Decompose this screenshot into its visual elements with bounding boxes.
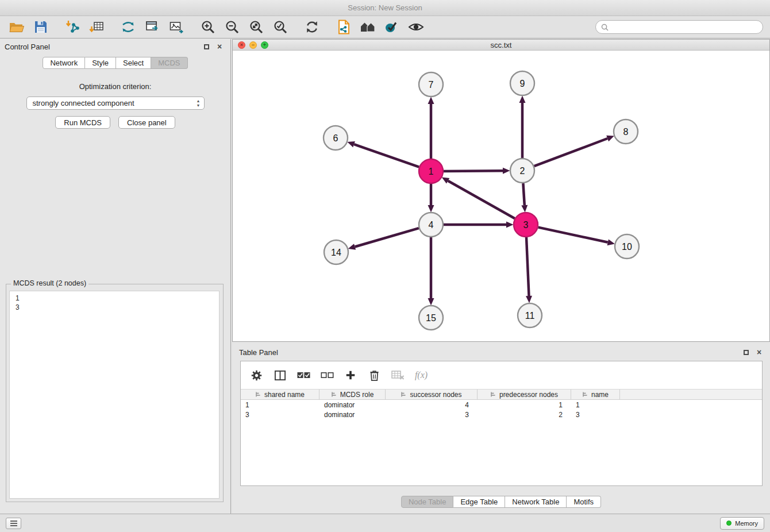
close-table-panel-button[interactable]: × — [755, 348, 763, 356]
mcds-result-title: MCDS result (2 nodes) — [11, 279, 88, 287]
node-label-1: 1 — [429, 167, 434, 176]
zoom-selected-icon[interactable] — [268, 17, 292, 37]
tab-style[interactable]: Style — [85, 57, 116, 69]
tab-motifs[interactable]: Motifs — [567, 496, 601, 508]
zoom-out-icon[interactable] — [220, 17, 244, 37]
open-folder-icon[interactable] — [5, 17, 29, 37]
main-toolbar — [0, 16, 770, 38]
select-all-rows-icon[interactable] — [295, 367, 311, 383]
table-header-row: shared nameMCDS rolesuccessor nodesprede… — [241, 389, 762, 400]
graph-edge-3-10[interactable] — [538, 228, 608, 242]
search-box[interactable] — [595, 20, 763, 34]
network-window-titlebar[interactable]: ×−+ scc.txt — [233, 40, 769, 51]
result-line: 3 — [16, 303, 213, 312]
float-control-panel-button[interactable] — [202, 43, 210, 51]
cell-name: 3 — [571, 411, 620, 419]
close-window-button[interactable]: × — [238, 41, 245, 49]
table-panel-title: Table Panel — [239, 348, 278, 357]
column-header-MCDS-role[interactable]: MCDS role — [319, 390, 386, 399]
refresh-icon[interactable] — [300, 17, 324, 37]
cell-name: 1 — [571, 401, 620, 409]
control-panel-header: Control Panel × — [0, 39, 230, 54]
graph-edge-1-2[interactable] — [444, 171, 503, 171]
search-icon — [601, 24, 609, 31]
tab-network-table[interactable]: Network Table — [505, 496, 567, 508]
graph-edge-1-6[interactable] — [354, 144, 419, 167]
graph-edge-2-3[interactable] — [523, 183, 524, 205]
cell-shared-name: 1 — [241, 401, 319, 409]
import-table-icon[interactable] — [84, 17, 109, 37]
float-table-panel-button[interactable] — [742, 348, 750, 356]
float-window-icon — [744, 350, 749, 355]
table-row[interactable]: 1dominator411 — [241, 400, 762, 410]
memory-status-icon — [726, 521, 732, 526]
run-mcds-button[interactable]: Run MCDS — [55, 116, 110, 129]
node-label-11: 11 — [525, 311, 535, 321]
node-label-14: 14 — [331, 248, 341, 257]
network-graph[interactable]: 7968124314101511 — [233, 51, 769, 341]
column-header-name[interactable]: name — [571, 390, 620, 399]
list-icon — [10, 520, 18, 527]
tab-edge-table[interactable]: Edge Table — [453, 496, 505, 508]
memory-button[interactable]: Memory — [720, 517, 764, 530]
table-toolbar: f(x) — [241, 361, 762, 389]
optimization-criterion-label: Optimization criterion: — [0, 82, 230, 91]
column-header-shared-name[interactable]: shared name — [241, 390, 319, 399]
column-header-successor-nodes[interactable]: successor nodes — [386, 390, 478, 399]
window-controls: ×−+ — [238, 41, 268, 49]
graph-edge-2-8[interactable] — [534, 138, 608, 166]
criterion-dropdown[interactable]: strongly connected component ▲▼ — [26, 97, 205, 110]
add-row-icon[interactable] — [342, 367, 359, 383]
close-control-panel-button[interactable]: × — [215, 43, 224, 51]
table-row[interactable]: 3dominator323 — [241, 410, 762, 419]
node-label-15: 15 — [426, 313, 436, 323]
show-hide-graphics-icon[interactable] — [404, 17, 428, 37]
merge-networks-icon[interactable] — [116, 17, 140, 37]
network-view-window: ×−+ scc.txt 7968124314101511 — [232, 39, 770, 342]
table-panel-header: Table Panel × — [232, 342, 770, 357]
unselect-all-rows-icon[interactable] — [319, 367, 335, 383]
control-panel-title: Control Panel — [5, 43, 50, 51]
table-panel: Table Panel × — [232, 342, 770, 513]
cell-shared-name: 3 — [241, 411, 319, 419]
apply-style-icon[interactable] — [380, 17, 404, 37]
result-line: 1 — [16, 294, 213, 303]
minimize-window-button[interactable]: − — [249, 41, 257, 49]
table-body: 1dominator4113dominator323 — [241, 400, 762, 419]
app-titlebar: Session: New Session — [0, 0, 770, 16]
save-icon[interactable] — [29, 17, 53, 37]
graph-edge-3-11[interactable] — [526, 237, 529, 296]
table-settings-gear-icon[interactable] — [248, 367, 264, 383]
share-document-icon[interactable] — [332, 17, 356, 37]
control-panel-tabs: NetworkStyleSelectMCDS — [0, 57, 230, 69]
column-header-predecessor-nodes[interactable]: predecessor nodes — [478, 390, 571, 399]
delete-row-trash-icon[interactable] — [366, 367, 382, 383]
import-network-icon[interactable] — [60, 17, 84, 37]
tab-mcds[interactable]: MCDS — [151, 57, 187, 69]
graph-edge-4-14[interactable] — [355, 228, 419, 246]
function-builder-icon[interactable]: f(x) — [413, 367, 429, 383]
float-window-icon — [204, 44, 209, 49]
node-label-10: 10 — [622, 242, 632, 252]
task-history-button[interactable] — [6, 518, 21, 529]
first-neighbors-icon[interactable] — [356, 17, 380, 37]
zoom-fit-icon[interactable] — [244, 17, 268, 37]
tab-select[interactable]: Select — [116, 57, 151, 69]
mcds-result-list[interactable]: 13 — [9, 291, 220, 499]
cell-predecessor-nodes: 2 — [478, 411, 571, 419]
search-input[interactable] — [612, 23, 757, 31]
export-network-icon[interactable] — [140, 17, 164, 37]
tab-network[interactable]: Network — [43, 57, 85, 69]
dropdown-stepper-icon: ▲▼ — [197, 99, 201, 108]
close-panel-button[interactable]: Close panel — [118, 116, 175, 129]
delete-table-icon[interactable] — [390, 367, 406, 383]
cell-predecessor-nodes: 1 — [478, 401, 571, 409]
graph-edge-3-1[interactable] — [448, 181, 515, 219]
cell-MCDS-role: dominator — [319, 411, 386, 419]
tab-node-table[interactable]: Node Table — [401, 496, 454, 508]
show-columns-icon[interactable] — [272, 367, 288, 383]
zoom-in-icon[interactable] — [196, 17, 220, 37]
node-label-8: 8 — [623, 127, 629, 137]
zoom-window-button[interactable]: + — [261, 41, 268, 49]
export-image-icon[interactable] — [164, 17, 188, 37]
